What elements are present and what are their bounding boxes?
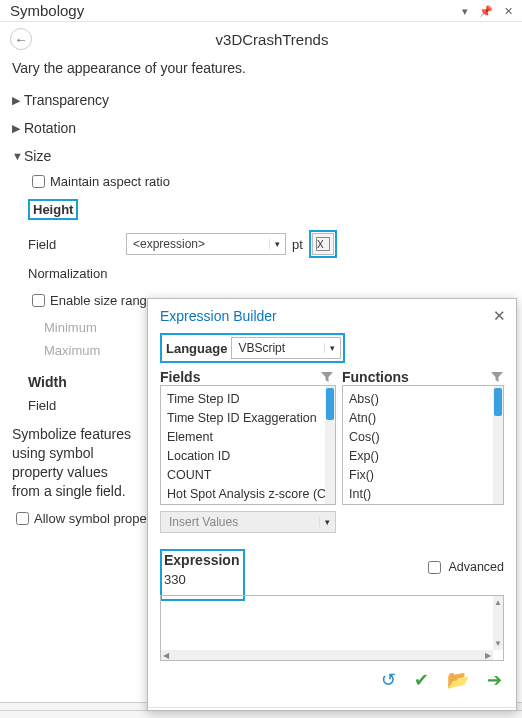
list-item[interactable]: Time Step ID bbox=[167, 390, 319, 409]
normalization-label: Normalization bbox=[28, 266, 126, 281]
list-item[interactable]: Atn() bbox=[349, 409, 487, 428]
dialog-title: Expression Builder bbox=[160, 308, 277, 324]
list-item[interactable]: COUNT bbox=[167, 466, 319, 485]
language-value: VBScript bbox=[232, 341, 324, 355]
expression-label: Expression bbox=[164, 552, 239, 568]
chevron-down-icon: ▼ bbox=[12, 150, 24, 162]
list-item[interactable]: Hot Spot Analysis z-score (COU bbox=[167, 485, 319, 504]
scrollbar[interactable] bbox=[493, 386, 503, 504]
maintain-aspect-checkbox[interactable] bbox=[32, 175, 45, 188]
functions-heading: Functions bbox=[342, 369, 490, 385]
back-button[interactable]: ← bbox=[10, 28, 32, 50]
fx-icon: X bbox=[316, 237, 330, 251]
size-section[interactable]: ▼ Size bbox=[0, 142, 522, 170]
list-item[interactable]: Element bbox=[167, 428, 319, 447]
instruction-text: Vary the appearance of your features. bbox=[0, 54, 522, 86]
verify-icon[interactable]: ✔ bbox=[414, 669, 429, 691]
rotation-label: Rotation bbox=[24, 120, 76, 136]
unit-label: pt bbox=[292, 237, 303, 252]
chevron-right-icon: ▶ bbox=[12, 122, 24, 135]
advanced-checkbox[interactable] bbox=[428, 561, 441, 574]
height-field-value: <expression> bbox=[127, 237, 269, 251]
scrollbar[interactable] bbox=[325, 386, 335, 504]
size-label: Size bbox=[24, 148, 51, 164]
export-icon[interactable]: ➔ bbox=[487, 669, 502, 691]
chevron-down-icon: ▾ bbox=[319, 517, 335, 527]
maximum-label: Maximum bbox=[44, 343, 142, 358]
expression-textarea[interactable]: ◀▶ ▲▼ bbox=[160, 595, 504, 661]
language-label: Language bbox=[164, 341, 231, 356]
filter-icon[interactable] bbox=[490, 370, 504, 384]
undo-icon[interactable]: ↺ bbox=[381, 669, 396, 691]
scrollbar-vertical[interactable]: ▲▼ bbox=[493, 596, 503, 650]
functions-listbox[interactable]: Abs() Atn() Cos() Exp() Fix() Int() bbox=[342, 385, 504, 505]
folder-open-icon[interactable]: 📂 bbox=[447, 669, 469, 691]
expression-button[interactable]: X bbox=[312, 233, 334, 255]
pin-icon[interactable]: 📌 bbox=[478, 5, 494, 18]
scrollbar-horizontal[interactable]: ◀▶ bbox=[161, 650, 493, 660]
allow-symbol-property-checkbox[interactable] bbox=[16, 512, 29, 525]
close-pane-icon[interactable]: ✕ bbox=[500, 5, 516, 18]
height-heading: Height bbox=[28, 199, 78, 220]
expression-value-preview: 330 bbox=[164, 572, 186, 587]
fields-heading: Fields bbox=[160, 369, 320, 385]
list-item[interactable]: Time Step ID Exaggeration bbox=[167, 409, 319, 428]
enable-size-range-checkbox[interactable] bbox=[32, 294, 45, 307]
insert-values-dropdown[interactable]: Insert Values ▾ bbox=[160, 511, 336, 533]
enable-size-range-label: Enable size range bbox=[50, 293, 154, 308]
advanced-label: Advanced bbox=[448, 560, 504, 574]
pane-title: Symbology bbox=[10, 2, 84, 19]
transparency-section[interactable]: ▶ Transparency bbox=[0, 86, 522, 114]
fields-listbox[interactable]: Time Step ID Time Step ID Exaggeration E… bbox=[160, 385, 336, 505]
list-item[interactable]: Fix() bbox=[349, 466, 487, 485]
list-item[interactable]: Location ID bbox=[167, 447, 319, 466]
expression-highlight: Expression 330 bbox=[160, 549, 245, 601]
title-row: ← v3DCrashTrends bbox=[0, 22, 522, 54]
height-field-dropdown[interactable]: <expression> ▾ bbox=[126, 233, 286, 255]
expression-button-highlight: X bbox=[309, 230, 337, 258]
bottom-description: Symbolize features using symbol property… bbox=[0, 417, 150, 507]
pane-header: Symbology ▾ 📌 ✕ bbox=[0, 0, 522, 22]
svg-text:X: X bbox=[317, 239, 324, 250]
field-label: Field bbox=[28, 237, 126, 252]
transparency-label: Transparency bbox=[24, 92, 109, 108]
filter-icon[interactable] bbox=[320, 370, 334, 384]
language-dropdown[interactable]: VBScript ▾ bbox=[231, 337, 341, 359]
chevron-right-icon: ▶ bbox=[12, 94, 24, 107]
language-highlight: Language VBScript ▾ bbox=[160, 333, 345, 363]
rotation-section[interactable]: ▶ Rotation bbox=[0, 114, 522, 142]
insert-values-label: Insert Values bbox=[161, 515, 319, 529]
list-item[interactable]: Cos() bbox=[349, 428, 487, 447]
minimum-label: Minimum bbox=[44, 320, 142, 335]
chevron-down-icon: ▾ bbox=[269, 239, 285, 249]
width-field-label: Field bbox=[28, 398, 126, 413]
list-item[interactable]: Abs() bbox=[349, 390, 487, 409]
chevron-down-icon: ▾ bbox=[324, 343, 340, 353]
list-item[interactable]: Int() bbox=[349, 485, 487, 504]
list-item[interactable]: Exp() bbox=[349, 447, 487, 466]
expression-builder-dialog: Expression Builder ✕ Language VBScript ▾… bbox=[147, 298, 517, 711]
dropdown-icon[interactable]: ▾ bbox=[457, 5, 473, 18]
close-icon[interactable]: ✕ bbox=[493, 307, 506, 325]
layer-title: v3DCrashTrends bbox=[32, 31, 512, 48]
maintain-aspect-label: Maintain aspect ratio bbox=[50, 174, 170, 189]
